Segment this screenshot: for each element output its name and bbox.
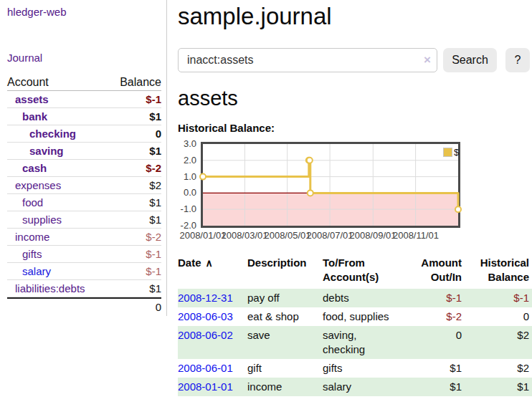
register-row: 2008-06-02 save saving, checking 0 $2 [178, 326, 532, 359]
chart-legend: $ [443, 147, 459, 158]
txn-accounts: gifts [323, 359, 402, 378]
account-balance-checking[interactable]: 0 [156, 125, 161, 142]
txn-date-cell: 2008-06-03 [178, 307, 247, 326]
y-tick: 2.0 [178, 155, 196, 166]
y-tick: 1.0 [178, 171, 196, 183]
header-date-label: Date [178, 257, 201, 269]
account-link-salary[interactable]: salary [7, 263, 51, 279]
accounts-header-account: Account [7, 73, 49, 90]
account-link-saving[interactable]: saving [7, 143, 64, 159]
txn-accounts: food, supplies [323, 307, 402, 326]
account-heading: assets [178, 87, 532, 110]
search-box: × [178, 48, 437, 72]
accounts-table-header: Account Balance [7, 73, 161, 91]
balance-step-line [203, 144, 458, 226]
account-link-checking[interactable]: checking [7, 125, 76, 142]
header-amount-line1: Amount [421, 257, 462, 269]
txn-balance: $2 [465, 359, 532, 378]
txn-accounts: debts [323, 289, 402, 307]
account-link-supplies[interactable]: supplies [7, 211, 62, 228]
main-content: sample.journal × Search ? assets Histori… [178, 0, 532, 396]
search-row: × Search ? [178, 48, 532, 72]
register-table: Date∧ Description To/From Account(s) Amo… [178, 254, 532, 396]
account-link-assets[interactable]: assets [7, 91, 49, 107]
txn-date-cell: 2008-06-02 [178, 326, 247, 359]
txn-balance: 0 [465, 307, 532, 326]
y-tick: 3.0 [178, 138, 196, 150]
txn-amount: 0 [402, 326, 465, 359]
historical-balance-chart: 3.0 2.0 1.0 0.0 -1.0 -2.0 [178, 140, 465, 242]
sidebar-item-journal[interactable]: Journal [7, 52, 42, 64]
plot-area [201, 142, 460, 228]
header-accounts-line1: To/From [323, 257, 365, 269]
header-accounts-line2: Account(s) [323, 271, 379, 283]
register-row: 2008-06-03 eat & shop food, supplies $-2… [178, 307, 532, 326]
account-row-income: income $-2 [7, 229, 161, 246]
txn-date-link[interactable]: 2008-06-03 [178, 310, 233, 322]
txn-description: save [247, 326, 323, 359]
account-balance-salary[interactable]: $-1 [146, 263, 161, 279]
account-balance-expenses[interactable]: $2 [149, 177, 161, 193]
account-row-gifts: gifts $-1 [7, 246, 161, 263]
header-accounts: To/From Account(s) [323, 254, 402, 289]
register-header-row: Date∧ Description To/From Account(s) Amo… [178, 254, 532, 289]
accounts-header-balance: Balance [120, 73, 161, 90]
header-amount-line2: Out/In [431, 271, 462, 283]
help-button[interactable]: ? [505, 48, 530, 72]
y-tick: 0.0 [178, 187, 196, 198]
account-link-bank[interactable]: bank [7, 108, 47, 125]
txn-date-cell: 2008-12-31 [178, 289, 247, 307]
account-row-assets: assets $-1 [7, 91, 161, 108]
accounts-total-row: 0 [7, 297, 161, 315]
account-link-income[interactable]: income [7, 229, 49, 245]
y-tick: -1.0 [178, 203, 196, 215]
clear-search-icon[interactable]: × [424, 53, 431, 67]
account-link-cash[interactable]: cash [7, 160, 47, 176]
txn-date-cell: 2008-06-01 [178, 359, 247, 378]
txn-description: eat & shop [247, 307, 323, 326]
txn-description: income [247, 378, 323, 396]
x-tick: 2008/11/01 [390, 230, 442, 241]
sidebar: hledger-web Journal Account Balance asse… [0, 0, 167, 316]
txn-accounts: saving, checking [323, 326, 402, 359]
txn-description: gift [247, 359, 323, 378]
legend-label: $ [454, 147, 459, 158]
account-link-gifts[interactable]: gifts [7, 246, 42, 262]
account-balance-assets[interactable]: $-1 [146, 91, 161, 107]
account-balance-saving[interactable]: $1 [149, 143, 161, 159]
txn-date-link[interactable]: 2008-06-01 [178, 362, 233, 374]
txn-balance: $1 [465, 378, 532, 396]
sort-ascending-icon: ∧ [206, 257, 213, 269]
account-link-liabilities-debts[interactable]: liabilities:debts [7, 280, 85, 297]
account-balance-cash[interactable]: $-2 [146, 160, 161, 176]
account-row-checking: checking 0 [7, 125, 161, 143]
txn-date-link[interactable]: 2008-06-02 [178, 329, 233, 341]
txn-date-link[interactable]: 2008-01-01 [178, 380, 233, 393]
txn-amount: $1 [402, 359, 465, 378]
account-row-salary: salary $-1 [7, 263, 161, 280]
header-date[interactable]: Date∧ [178, 254, 247, 289]
account-balance-food[interactable]: $1 [149, 194, 161, 211]
account-link-expenses[interactable]: expenses [7, 177, 61, 193]
accounts-table: Account Balance assets $-1 bank $1 check… [7, 73, 161, 315]
account-balance-income[interactable]: $-2 [146, 229, 161, 245]
account-balance-liabilities-debts[interactable]: $1 [149, 280, 161, 297]
account-balance-gifts[interactable]: $-1 [146, 246, 161, 262]
txn-balance: $2 [465, 326, 532, 359]
app-brand-link[interactable]: hledger-web [7, 6, 67, 18]
account-balance-supplies[interactable]: $1 [149, 211, 161, 228]
txn-amount: $-2 [402, 307, 465, 326]
header-amount: Amount Out/In [402, 254, 465, 289]
account-balance-bank[interactable]: $1 [149, 108, 161, 125]
txn-date-link[interactable]: 2008-12-31 [178, 292, 233, 304]
txn-amount: $-1 [402, 289, 465, 307]
accounts-total-value: 0 [156, 299, 161, 315]
search-button[interactable]: Search [443, 48, 497, 72]
account-row-liabilities-debts: liabilities:debts $1 [7, 280, 161, 297]
search-input[interactable] [178, 48, 437, 72]
txn-accounts: salary [323, 378, 402, 396]
account-link-food[interactable]: food [7, 194, 43, 211]
register-row: 2008-12-31 pay off debts $-1 $-1 [178, 289, 532, 307]
txn-amount: $1 [402, 378, 465, 396]
txn-accounts-text: saving, checking [323, 328, 380, 357]
